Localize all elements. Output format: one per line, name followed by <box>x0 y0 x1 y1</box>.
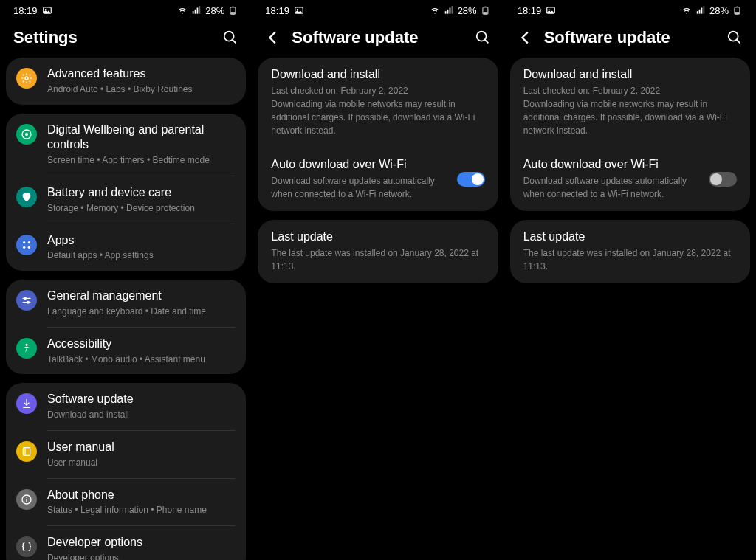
auto-download-toggle[interactable] <box>457 172 485 187</box>
svg-point-37 <box>476 32 486 41</box>
svg-point-17 <box>28 246 30 248</box>
settings-item-sub: Default apps • App settings <box>47 249 236 262</box>
settings-item-advanced-features[interactable]: Advanced features Android Auto • Labs • … <box>6 58 246 105</box>
item-line: Last checked on: February 2, 2022 <box>523 84 737 97</box>
download-icon <box>16 393 37 414</box>
page-header: Software update <box>252 21 504 58</box>
image-icon <box>294 5 304 15</box>
settings-item-sub: Developer options <box>47 552 236 560</box>
wifi-icon <box>177 5 188 15</box>
item-sub: The last update was installed on January… <box>271 246 484 273</box>
svg-rect-23 <box>23 448 30 456</box>
svg-point-11 <box>25 77 28 80</box>
back-icon[interactable] <box>265 30 281 46</box>
download-install-item[interactable]: Download and install Last checked on: Fe… <box>258 58 498 148</box>
svg-rect-41 <box>697 11 698 14</box>
software-update-screen-off: 18:19 28% Software update Download and i… <box>504 0 756 560</box>
software-update-screen-on: 18:19 28% Software update Download and i… <box>252 0 504 560</box>
svg-point-1 <box>44 9 46 10</box>
settings-group: General management Language and keyboard… <box>6 280 246 374</box>
heart-icon <box>16 187 37 207</box>
status-bar: 18:19 28% <box>0 0 252 21</box>
auto-download-item[interactable]: Auto download over Wi-Fi Download softwa… <box>510 148 750 211</box>
settings-screen: 18:19 28% Settings Advanced features And… <box>0 0 252 560</box>
update-group: Download and install Last checked on: Fe… <box>510 58 750 211</box>
settings-item-general-management[interactable]: General management Language and keyboard… <box>6 280 246 327</box>
settings-item-title: Battery and device care <box>47 185 236 201</box>
settings-item-accessibility[interactable]: Accessibility TalkBack • Mono audio • As… <box>6 328 246 375</box>
svg-rect-36 <box>483 12 487 13</box>
update-group: Download and install Last checked on: Fe… <box>258 58 498 211</box>
auto-download-toggle[interactable] <box>709 172 737 187</box>
settings-item-user-manual[interactable]: User manual User manual <box>6 431 246 478</box>
back-icon[interactable] <box>518 30 534 46</box>
status-bar: 18:19 28% <box>252 0 504 21</box>
svg-point-14 <box>23 241 25 243</box>
battery-icon <box>481 5 491 15</box>
update-group: Last update The last update was installe… <box>258 220 498 283</box>
update-group: Last update The last update was installe… <box>510 220 750 283</box>
search-icon[interactable] <box>726 30 743 46</box>
settings-item-developer-options[interactable]: Developer options Developer options <box>6 526 246 560</box>
image-icon <box>546 5 556 15</box>
settings-group: Digital Wellbeing and parental controls … <box>6 114 246 272</box>
search-icon[interactable] <box>222 30 238 46</box>
settings-item-digital-wellbeing[interactable]: Digital Wellbeing and parental controls … <box>6 114 246 176</box>
svg-rect-5 <box>199 6 201 14</box>
svg-rect-8 <box>231 12 236 13</box>
status-bar: 18:19 28% <box>504 0 756 21</box>
svg-point-16 <box>23 246 25 248</box>
page-title: Software update <box>292 28 418 47</box>
item-sub: Download software updates automatically … <box>523 174 700 201</box>
settings-item-battery-care[interactable]: Battery and device care Storage • Memory… <box>6 176 246 224</box>
wellbeing-icon <box>16 124 37 145</box>
settings-item-sub: Android Auto • Labs • Bixby Routines <box>47 83 236 96</box>
person-icon <box>16 338 37 359</box>
svg-rect-30 <box>444 11 446 14</box>
item-title: Last update <box>523 230 737 243</box>
settings-header: Settings <box>0 21 252 58</box>
svg-rect-32 <box>449 8 450 14</box>
settings-item-about-phone[interactable]: About phone Status • Legal information •… <box>6 479 246 526</box>
svg-rect-44 <box>703 6 704 14</box>
settings-item-title: Apps <box>47 233 236 249</box>
apps-icon <box>16 235 37 255</box>
sliders-icon <box>16 290 37 311</box>
auto-download-item[interactable]: Auto download over Wi-Fi Download softwa… <box>258 148 498 211</box>
settings-item-title: Digital Wellbeing and parental controls <box>47 122 236 153</box>
download-install-item[interactable]: Download and install Last checked on: Fe… <box>510 58 750 148</box>
settings-item-title: User manual <box>47 440 236 455</box>
settings-list: Advanced features Android Auto • Labs • … <box>0 58 252 560</box>
settings-group: Software update Download and install Use… <box>6 383 246 560</box>
svg-rect-33 <box>451 6 453 14</box>
settings-item-sub: Screen time • App timers • Bedtime mode <box>47 154 236 167</box>
svg-rect-46 <box>736 7 738 7</box>
settings-item-software-update[interactable]: Software update Download and install <box>6 383 246 430</box>
item-title: Download and install <box>271 68 484 81</box>
item-title: Auto download over Wi-Fi <box>271 158 447 171</box>
svg-line-38 <box>484 40 488 44</box>
braces-icon <box>16 536 37 557</box>
search-icon[interactable] <box>475 30 491 46</box>
svg-point-29 <box>297 9 298 10</box>
signal-icon <box>191 5 202 15</box>
last-update-item[interactable]: Last update The last update was installe… <box>258 220 498 283</box>
svg-rect-7 <box>233 7 234 7</box>
item-line: Last checked on: February 2, 2022 <box>271 84 484 97</box>
settings-group: Advanced features Android Auto • Labs • … <box>6 58 246 105</box>
svg-rect-4 <box>197 8 199 14</box>
battery-percent: 28% <box>709 5 729 16</box>
book-icon <box>16 441 37 462</box>
item-line: Downloading via mobile networks may resu… <box>523 97 737 137</box>
svg-line-10 <box>233 40 236 44</box>
battery-percent: 28% <box>458 5 477 16</box>
svg-rect-42 <box>699 10 701 14</box>
settings-item-sub: Language and keyboard • Date and time <box>47 305 236 318</box>
last-update-item[interactable]: Last update The last update was installe… <box>510 220 750 283</box>
settings-item-title: Software update <box>47 392 236 407</box>
settings-item-apps[interactable]: Apps Default apps • App settings <box>6 224 246 272</box>
wifi-icon <box>430 5 440 15</box>
settings-item-title: General management <box>47 288 236 304</box>
settings-item-sub: TalkBack • Mono audio • Assistant menu <box>47 353 236 366</box>
svg-rect-2 <box>193 11 194 14</box>
